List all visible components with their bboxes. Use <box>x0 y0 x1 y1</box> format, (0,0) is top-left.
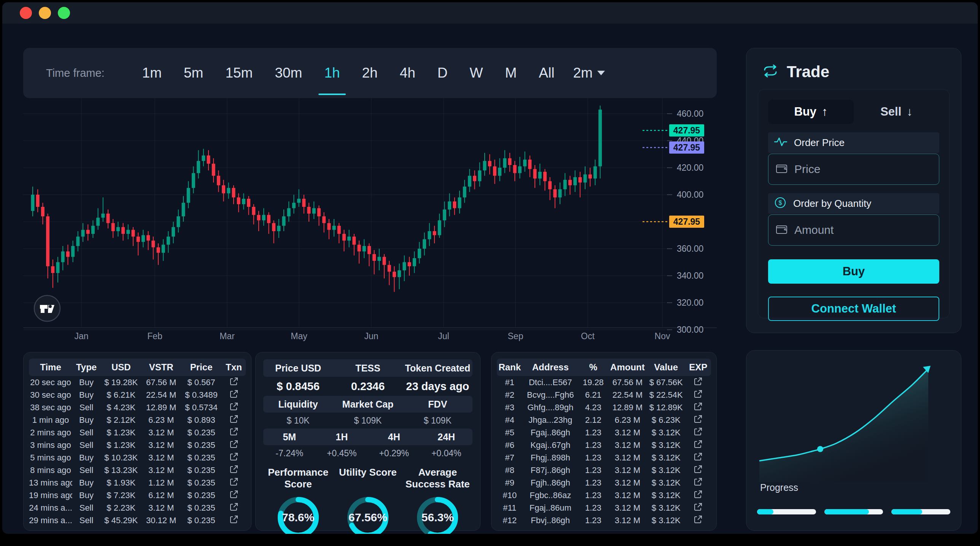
external-link-icon[interactable] <box>229 414 239 424</box>
chart-marker-dot <box>817 446 823 452</box>
cell: Buy <box>72 490 100 500</box>
transaction-row: 38 sec agoSell$ 4.23K12.89 M$ 0.5734 <box>29 401 246 414</box>
stat-value: +0.04% <box>420 448 473 459</box>
external-link-icon[interactable] <box>694 440 703 449</box>
cell: 6.21 <box>578 390 608 400</box>
external-link-icon[interactable] <box>229 389 239 398</box>
external-link-icon[interactable] <box>229 377 239 386</box>
external-link-icon[interactable] <box>229 427 239 436</box>
connect-wallet-button[interactable]: Connect Wallet <box>768 297 939 321</box>
holder-row: #12Fbvj..86gh1.233.12 M$ 3.12K <box>497 514 711 527</box>
cell: 20 sec ago <box>29 378 72 387</box>
external-link-icon[interactable] <box>694 427 703 436</box>
amount-input[interactable] <box>794 224 931 236</box>
timeframe-option-30m[interactable]: 30m <box>264 48 313 98</box>
cell: #10 <box>497 490 523 500</box>
timeframe-option-4h[interactable]: 4h <box>389 48 426 98</box>
cell: 12.89 M <box>142 403 181 413</box>
cell: #1 <box>497 378 523 387</box>
holders-card: RankAddress%AmountValueEXP #1Dtci....E56… <box>491 352 717 531</box>
svg-text:$: $ <box>779 200 782 206</box>
minimize-window-button[interactable] <box>39 7 51 19</box>
close-window-button[interactable] <box>20 7 32 19</box>
cell: $ 1.23K <box>100 428 142 438</box>
external-link-icon[interactable] <box>229 402 239 411</box>
cell: $ 2.12K <box>100 415 142 425</box>
cell: $ 0.235 <box>181 503 222 513</box>
order-qty-label: Order by Quantity <box>793 198 871 210</box>
timeframe-option-D[interactable]: D <box>426 48 459 98</box>
cell: $ 0.235 <box>181 428 222 438</box>
stat-value: $ 0.8456 <box>263 380 333 393</box>
timeframe-option-2h[interactable]: 2h <box>351 48 389 98</box>
cell: $ 19.28K <box>100 378 142 387</box>
external-link-icon[interactable] <box>229 490 239 499</box>
cell: Sell <box>72 503 100 513</box>
cell: 1 min ago <box>29 415 72 425</box>
timeframe-option-W[interactable]: W <box>459 48 494 98</box>
external-link-icon[interactable] <box>229 515 239 524</box>
external-link-icon[interactable] <box>229 440 239 449</box>
zoom-window-button[interactable] <box>58 7 70 19</box>
buy-button[interactable]: Buy <box>768 259 939 284</box>
price-field[interactable] <box>768 154 939 185</box>
cell: 6.23 M <box>142 415 181 425</box>
tradingview-logo[interactable] <box>34 295 60 321</box>
external-link-icon[interactable] <box>694 502 703 511</box>
timeframe-option-1m[interactable]: 1m <box>131 48 173 98</box>
external-link-icon[interactable] <box>694 414 703 424</box>
amount-field[interactable] <box>768 214 939 246</box>
timeframe-dropdown[interactable]: 2m <box>565 65 612 81</box>
progress-bar-fill <box>891 509 922 514</box>
candlestick-chart[interactable]: JanFebMarMayJunJulSepOctNov460.00440.004… <box>23 98 717 350</box>
external-link-icon[interactable] <box>229 452 239 461</box>
donut-label: Performance Score <box>263 467 333 490</box>
cell: $ 12.89K <box>647 403 685 413</box>
holder-row: #1Dtci....E56719.2867.56 M$ 67.56K <box>497 376 711 389</box>
cell: 3 mins ago <box>29 440 72 450</box>
external-link-icon[interactable] <box>694 452 703 461</box>
timeframe-option-All[interactable]: All <box>528 48 565 98</box>
price-axis-label: 300.00 <box>677 325 703 335</box>
tab-sell[interactable]: Sell ↓ <box>854 100 939 124</box>
cell: #6 <box>497 440 523 450</box>
price-tag: 427.95 <box>669 124 704 136</box>
donut-gauges: 78.6% 67.56% 56.3% <box>263 494 473 534</box>
stats-row2-values: $ 10K$ 109K$ 109K <box>263 413 473 429</box>
external-link-icon[interactable] <box>694 402 703 411</box>
external-link-icon[interactable] <box>229 502 239 511</box>
cell: $ 0.235 <box>181 440 222 450</box>
external-link-icon[interactable] <box>229 477 239 486</box>
holder-row: #2Bcvg....Fgh66.2122.54 M$ 22.54K <box>497 389 711 401</box>
progress-bar[interactable] <box>891 509 950 514</box>
external-link-icon[interactable] <box>694 389 703 398</box>
timeframe-option-15m[interactable]: 15m <box>214 48 264 98</box>
stat-value: -7.24% <box>263 448 316 459</box>
cell: $ 7.23K <box>100 490 142 500</box>
external-link-icon[interactable] <box>694 377 703 386</box>
stat-value: +0.29% <box>368 448 420 459</box>
column-header-usd: USD <box>100 362 142 373</box>
holder-row: #8F87j..86gh1.233.12 M$ 3.12K <box>497 464 711 476</box>
cell: 19 mins ago <box>29 490 72 500</box>
tab-buy[interactable]: Buy ↑ <box>768 100 854 124</box>
cell: 30 sec ago <box>29 390 72 400</box>
growth-area-chart <box>756 361 950 487</box>
external-link-icon[interactable] <box>694 477 703 486</box>
order-price-row: Order Price <box>768 132 939 153</box>
progress-bar[interactable] <box>757 509 816 514</box>
timeframe-option-1h[interactable]: 1h <box>313 48 351 98</box>
trade-card: Trade Buy ↑ Sell ↓ <box>746 48 961 333</box>
timeframe-option-M[interactable]: M <box>494 48 528 98</box>
cell: 3.12 M <box>608 440 647 450</box>
progress-bar[interactable] <box>824 509 883 514</box>
external-link-icon[interactable] <box>694 465 703 474</box>
external-link-icon[interactable] <box>694 490 703 499</box>
transaction-row: 19 mins agoBuy$ 7.23K6.12 M$ 0.235 <box>29 489 246 502</box>
timeframe-option-5m[interactable]: 5m <box>173 48 214 98</box>
external-link-icon[interactable] <box>694 515 703 524</box>
stat-value: $ 10K <box>263 416 333 426</box>
external-link-icon[interactable] <box>229 465 239 474</box>
price-input[interactable] <box>794 163 931 176</box>
cell: 29 mins a... <box>29 516 72 525</box>
